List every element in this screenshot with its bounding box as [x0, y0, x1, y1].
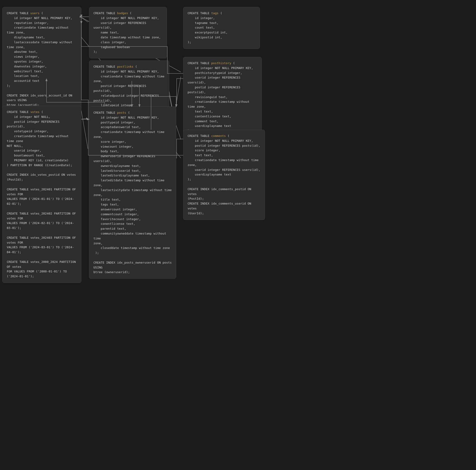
- users-box: CREATE TABLE users ( id integer NOT NULL…: [2, 7, 81, 112]
- svg-marker-6: [86, 117, 88, 120]
- votes-box: CREATE TABLE votes ( id integer NOT NULL…: [2, 106, 81, 283]
- votes-sql: CREATE TABLE votes ( id integer NOT NULL…: [7, 110, 77, 279]
- posthistory-box: CREATE TABLE posthistory ( id integer NO…: [183, 57, 262, 137]
- posthistory-sql: CREATE TABLE posthistory ( id integer NO…: [187, 61, 257, 133]
- diagram-container: CREATE TABLE users ( id integer NOT NULL…: [0, 0, 476, 470]
- posts-box: CREATE TABLE posts ( id integer NOT NULL…: [89, 106, 176, 279]
- comments-box: CREATE TABLE comments ( id integer NOT N…: [183, 130, 265, 220]
- tags-box: CREATE TABLE tags ( id integer, tagname …: [183, 7, 260, 49]
- posts-sql: CREATE TABLE posts ( id integer NOT NULL…: [93, 110, 172, 275]
- badges-box: CREATE TABLE badges ( id integer NOT NUL…: [89, 7, 167, 58]
- badges-sql: CREATE TABLE badges ( id integer NOT NUL…: [93, 11, 162, 54]
- tags-sql: CREATE TABLE tags ( id integer, tagname …: [187, 11, 255, 45]
- users-sql: CREATE TABLE users ( id integer NOT NULL…: [7, 11, 77, 108]
- comments-sql: CREATE TABLE comments ( id integer NOT N…: [187, 134, 261, 216]
- postlinks-sql: CREATE TABLE postlinks ( id integer NOT …: [93, 64, 165, 113]
